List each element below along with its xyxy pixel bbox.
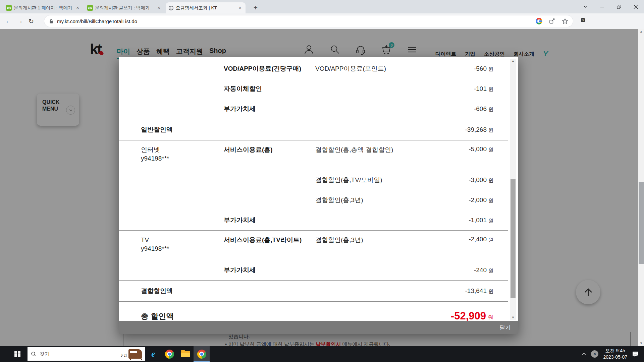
service-label: 인터넷y94198*** — [141, 145, 224, 163]
close-window-button[interactable] — [627, 0, 644, 13]
forward-button[interactable]: → — [14, 15, 25, 27]
taskbar-chrome-active-icon[interactable] — [194, 346, 210, 362]
subtotal-label: 결합할인액 — [141, 287, 224, 295]
charge-item: 부가가치세 — [224, 105, 315, 113]
discount-item: 결합할인(홈,TV/모바일) — [315, 176, 469, 184]
scroll-up-arrow-icon[interactable]: ▲ — [638, 29, 644, 34]
subtotal-label: 일반할인액 — [141, 125, 224, 134]
discount-item: 결합할인(홈,3년) — [315, 236, 469, 244]
page-content: kt 마이 상품 혜택 고객지원 Shop 0 — [0, 29, 638, 346]
screen: 100 문의게시판 1 페이지 : 백메가 × 100 문의게시판 글쓰기 : … — [0, 0, 644, 362]
back-button[interactable]: ← — [3, 15, 14, 27]
search-placeholder: 찾기 — [40, 351, 50, 357]
browser-tab-active[interactable]: 요금명세서조회 | KT × — [166, 2, 246, 13]
site-favicon: 100 — [87, 5, 93, 11]
subtotal-amount: -13,641원 — [465, 287, 493, 295]
table-row: 부가가치세 -1,001원 — [119, 210, 508, 230]
tab-search-chevron-icon[interactable] — [577, 0, 594, 13]
clock-date: 2023-05-07 — [603, 354, 627, 360]
service-label: TVy94198*** — [141, 236, 224, 253]
site-favicon: 100 — [6, 5, 12, 11]
amount: -101원 — [474, 85, 493, 93]
tray-expand-icon[interactable] — [582, 352, 586, 356]
clock-time: 오전 9:45 — [603, 348, 627, 354]
table-row: 결합할인(홈,TV/모바일) -3,000원 — [119, 170, 508, 190]
tv-section-row: TVy94198*** 서비스이용료(홈,TV라이트) 결합할인(홈,3년) -… — [119, 230, 508, 260]
discount-item: VOD/APP이용료(포인트) — [315, 64, 474, 73]
browser-tab-2[interactable]: 100 문의게시판 글쓰기 : 백메가 × — [85, 2, 164, 13]
modal-scrollbar[interactable]: ▲ ▼ — [510, 59, 516, 320]
internet-section-row: 인터넷y94198*** 서비스이용료(홈) 결합할인(홈,총액 결합할인) -… — [119, 140, 508, 170]
taskbar-ie-icon[interactable]: e — [145, 346, 161, 362]
table-row: VOD/APP이용료(건당구매) VOD/APP이용료(포인트) -560원 — [119, 59, 508, 79]
address-bar[interactable]: my.kt.com/bill/BillChargeTotalList.do — [44, 15, 573, 27]
charge-item: 부가가치세 — [224, 216, 315, 225]
scroll-down-arrow-icon[interactable]: ▼ — [638, 341, 644, 346]
new-tab-button[interactable]: + — [251, 3, 260, 12]
amount: -240원 — [474, 266, 493, 274]
modal-scrollbar-thumb[interactable] — [511, 179, 516, 298]
scroll-up-arrow-icon[interactable]: ▲ — [510, 59, 516, 63]
page-scrollbar[interactable]: ▲ ▼ — [638, 29, 644, 346]
restore-button[interactable] — [610, 0, 627, 13]
share-icon[interactable] — [549, 18, 555, 24]
taskbar-search-box[interactable]: 찾기 ♪♫ — [28, 347, 145, 361]
windows-taskbar: 찾기 ♪♫ e ✕ 오전 9:45 2023-05-07 — [0, 346, 644, 362]
tab-title: 요금명세서조회 | KT — [176, 5, 235, 11]
scroll-down-arrow-icon[interactable]: ▼ — [510, 315, 516, 320]
amount: -560원 — [474, 65, 493, 72]
taskbar-chrome-icon[interactable] — [161, 346, 177, 362]
start-button[interactable] — [9, 346, 25, 362]
bookmark-star-icon[interactable] — [562, 18, 568, 24]
system-tray: ✕ 오전 9:45 2023-05-07 — [582, 348, 644, 360]
total-amount: -52,909원 — [451, 310, 493, 322]
page-scrollbar-thumb[interactable] — [639, 182, 644, 264]
search-highlight-art: ♪♫ — [120, 349, 142, 359]
browser-tab-1[interactable]: 100 문의게시판 1 페이지 : 백메가 × — [3, 2, 83, 13]
modal-footer-bar: 닫기 — [119, 321, 518, 334]
table-row: 부가가치세 -606원 — [119, 99, 508, 119]
tab-title: 문의게시판 글쓰기 : 백메가 — [95, 5, 154, 11]
google-icon[interactable] — [536, 18, 542, 24]
amount: -606원 — [474, 105, 493, 113]
amount: -5,000원 — [469, 145, 493, 153]
lock-icon[interactable] — [49, 19, 54, 24]
charge-item: 자동이체할인 — [224, 84, 315, 93]
tab-close-icon[interactable]: × — [75, 5, 80, 11]
close-modal-button[interactable]: 닫기 — [499, 324, 511, 331]
discount-table: VOD/APP이용료(건당구매) VOD/APP이용료(포인트) -560원 자… — [119, 59, 508, 330]
subtotal-amount: -39,268원 — [465, 126, 493, 133]
windows-logo-icon — [14, 351, 20, 357]
minimize-button[interactable] — [594, 0, 610, 13]
total-label: 총 할인액 — [141, 311, 315, 321]
bill-discount-modal: VOD/APP이용료(건당구매) VOD/APP이용료(포인트) -560원 자… — [119, 57, 518, 334]
table-row: 부가가치세 -240원 — [119, 260, 508, 280]
charge-item: 서비스이용료(홈,TV라이트) — [224, 236, 315, 244]
amount: -3,000원 — [469, 176, 493, 184]
window-controls — [577, 0, 644, 13]
action-center-icon[interactable] — [632, 351, 639, 357]
tab-title: 문의게시판 1 페이지 : 백메가 — [14, 5, 73, 11]
url-text[interactable]: my.kt.com/bill/BillChargeTotalList.do — [57, 18, 529, 24]
tab-divider — [84, 4, 84, 11]
charge-item: VOD/APP이용료(건당구매) — [224, 64, 315, 73]
piano-icon — [128, 349, 142, 359]
browser-toolbar: ← → ↻ my.kt.com/bill/BillChargeTotalList… — [0, 13, 644, 29]
charge-item: 부가가치세 — [224, 266, 315, 275]
taskbar-explorer-icon[interactable] — [177, 346, 194, 362]
tab-close-icon[interactable]: × — [237, 5, 243, 11]
charge-item: 서비스이용료(홈) — [224, 145, 315, 154]
globe-favicon-icon — [168, 5, 174, 11]
adblock-badge: 3 — [581, 18, 585, 22]
discount-item: 결합할인(홈,총액 결합할인) — [315, 145, 469, 154]
table-row: 결합할인(홈,3년) -2,000원 — [119, 190, 508, 210]
discount-item: 결합할인(홈,3년) — [315, 196, 469, 204]
amount: -2,400원 — [469, 236, 493, 243]
search-icon — [31, 351, 36, 357]
reload-button[interactable]: ↻ — [25, 15, 37, 27]
tab-close-icon[interactable]: × — [156, 5, 162, 11]
taskbar-clock[interactable]: 오전 9:45 2023-05-07 — [603, 348, 627, 360]
browser-tabstrip: 100 문의게시판 1 페이지 : 백메가 × 100 문의게시판 글쓰기 : … — [0, 0, 644, 13]
tray-status-icon[interactable]: ✕ — [591, 350, 598, 358]
subtotal-row: 일반할인액 -39,268원 — [119, 119, 508, 140]
